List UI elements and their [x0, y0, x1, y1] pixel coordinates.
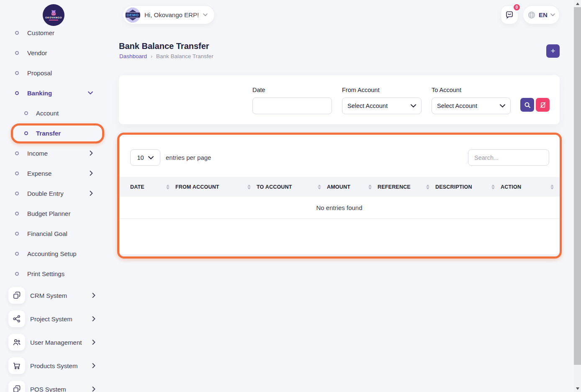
column-header-to-account[interactable]: TO ACCOUNT — [257, 177, 327, 197]
hippo-logo-icon — [50, 10, 57, 16]
sidebar-item-account[interactable]: Account — [0, 103, 109, 123]
breadcrumb-separator: › — [151, 54, 152, 59]
add-transfer-button[interactable]: + — [546, 44, 560, 58]
table-search-input[interactable] — [468, 149, 549, 166]
windows-icon — [8, 381, 25, 392]
dot-icon — [15, 31, 19, 35]
date-input[interactable] — [252, 97, 332, 114]
dot-icon — [24, 111, 28, 115]
search-icon — [524, 102, 531, 108]
date-label: Date — [252, 87, 265, 93]
app-logo[interactable]: OKOVANGO — [43, 4, 64, 26]
from-account-select[interactable]: Select Account — [342, 97, 422, 114]
sidebar-item-double-entry[interactable]: Double Entry — [0, 183, 109, 203]
sidebar-item-crm-system[interactable]: CRM System — [0, 284, 109, 307]
sort-icon — [318, 184, 321, 190]
table-header-row: DATE FROM ACCOUNT TO ACCOUNT AMOUNT REFE… — [119, 177, 560, 197]
dot-icon — [15, 252, 19, 256]
chevron-right-icon — [92, 316, 95, 321]
logo-subtext-decoration — [49, 20, 58, 20]
language-selector[interactable]: EN — [523, 5, 560, 24]
sidebar-item-income[interactable]: Income — [0, 143, 109, 163]
greeting-text: Hi, Okovango ERP! — [144, 11, 199, 18]
sidebar-item-user-management[interactable]: User Management — [0, 331, 109, 354]
scrollbar-up-button[interactable] — [574, 0, 581, 7]
cart-icon — [8, 357, 25, 374]
dot-icon — [24, 131, 28, 135]
globe-icon — [527, 11, 536, 19]
sidebar-item-budget-planner[interactable]: Budget Planner — [0, 203, 109, 223]
sidebar-item-customer[interactable]: Customer — [0, 30, 109, 43]
reset-filter-button[interactable] — [536, 98, 550, 112]
to-account-label: To Account — [432, 87, 461, 93]
chevron-right-icon — [90, 191, 93, 196]
sort-icon — [550, 184, 554, 190]
chevron-right-icon — [90, 171, 93, 176]
sort-icon — [247, 184, 251, 190]
triangle-down-icon — [576, 387, 579, 390]
dot-icon — [15, 192, 19, 195]
notifications-button[interactable]: 0 — [501, 5, 518, 24]
chat-icon — [505, 10, 514, 20]
chevron-down-icon — [500, 104, 505, 108]
sidebar: OKOVANGO Customer Vendor Proposal Bankin… — [0, 0, 109, 392]
scrollbar-down-button[interactable] — [574, 385, 581, 392]
transfers-table-card: 10 entries per page DATE FROM ACCOUNT TO… — [119, 135, 560, 254]
column-header-date[interactable]: DATE — [119, 177, 175, 197]
breadcrumb-dashboard-link[interactable]: Dashboard — [119, 53, 147, 59]
language-label: EN — [539, 11, 548, 18]
column-header-description[interactable]: DESCRIPTION — [435, 177, 501, 197]
scrollbar-thumb[interactable] — [574, 7, 581, 365]
dot-icon — [15, 272, 19, 276]
chevron-down-icon — [88, 91, 93, 95]
sidebar-item-project-system[interactable]: Project System — [0, 307, 109, 331]
sidebar-item-pos-system[interactable]: POS System — [0, 377, 109, 392]
sidebar-item-products-system[interactable]: Products System — [0, 354, 109, 377]
avatar-chevron-decoration — [129, 10, 136, 12]
sidebar-item-transfer[interactable]: Transfer — [0, 123, 109, 143]
dot-icon — [15, 212, 19, 215]
demo-badge: DEMO — [126, 13, 140, 18]
sidebar-item-proposal[interactable]: Proposal — [0, 63, 109, 83]
breadcrumb-current: Bank Balance Transfer — [156, 53, 213, 59]
users-icon — [8, 334, 25, 351]
from-account-label: From Account — [342, 87, 379, 93]
sidebar-item-accounting-setup[interactable]: Accounting Setup — [0, 243, 109, 264]
logo-text: OKOVANGO — [45, 16, 62, 19]
user-menu-button[interactable]: DEMO Hi, Okovango ERP! — [123, 5, 215, 24]
entries-per-page-value: 10 — [137, 154, 144, 161]
sidebar-item-vendor[interactable]: Vendor — [0, 43, 109, 63]
chevron-down-icon — [411, 104, 416, 108]
share-icon — [8, 310, 25, 327]
chevron-down-icon — [550, 13, 555, 16]
notification-badge: 0 — [513, 3, 521, 11]
sort-icon — [166, 184, 170, 190]
sort-icon — [368, 184, 372, 190]
sidebar-item-expense[interactable]: Expense — [0, 163, 109, 183]
entries-per-page-label: entries per page — [166, 154, 211, 161]
avatar: DEMO — [125, 8, 140, 23]
dot-icon — [15, 172, 19, 175]
column-header-amount[interactable]: AMOUNT — [327, 177, 378, 197]
sort-icon — [491, 184, 495, 190]
chevron-right-icon — [90, 151, 93, 156]
entries-per-page-select[interactable]: 10 — [130, 149, 160, 166]
chevron-down-icon — [148, 156, 154, 159]
sort-icon — [426, 184, 429, 190]
column-header-action[interactable]: ACTION — [501, 177, 560, 197]
column-header-from-account[interactable]: FROM ACCOUNT — [175, 177, 257, 197]
sidebar-item-financial-goal[interactable]: Financial Goal — [0, 223, 109, 243]
vertical-scrollbar[interactable] — [574, 0, 581, 392]
to-account-select[interactable]: Select Account — [432, 97, 511, 114]
sidebar-item-print-settings[interactable]: Print Settings — [0, 264, 109, 284]
dot-icon — [15, 151, 19, 155]
avatar-chevron-decoration — [129, 18, 136, 20]
chevron-right-icon — [92, 340, 95, 345]
windows-icon — [8, 287, 25, 304]
chevron-right-icon — [92, 293, 95, 298]
sidebar-item-banking[interactable]: Banking — [0, 83, 109, 103]
apply-filter-button[interactable] — [520, 98, 534, 112]
column-header-reference[interactable]: REFERENCE — [378, 177, 435, 197]
from-account-value: Select Account — [347, 102, 388, 109]
triangle-up-icon — [576, 3, 579, 5]
